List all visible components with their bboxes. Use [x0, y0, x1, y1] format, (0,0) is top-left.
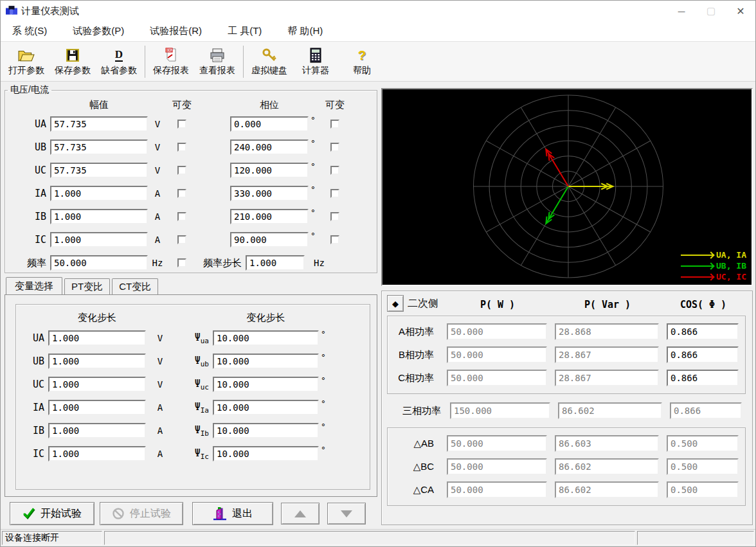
degree-mark: ° [319, 399, 330, 408]
open-params-button[interactable]: 打开参数 [3, 44, 50, 80]
psi-uc-step-input[interactable] [213, 377, 319, 392]
ia-amplitude-input[interactable] [50, 186, 148, 201]
ub-step-input[interactable] [48, 354, 146, 369]
exit-label: 退出 [232, 507, 253, 521]
uc-phase-input[interactable] [230, 163, 309, 178]
menu-test-report[interactable]: 试验报告(R) [147, 24, 204, 39]
virtual-keyboard-button[interactable]: 虚拟键盘 [246, 44, 292, 80]
tool-label: 保存参数 [55, 65, 91, 76]
exit-door-icon [213, 507, 227, 521]
virtual-keyboard-icon [262, 47, 277, 64]
save-params-button[interactable]: 保存参数 [50, 44, 96, 80]
psi-ic-step-input[interactable] [213, 446, 319, 462]
ua-amplitude-input[interactable] [50, 116, 148, 132]
tool-label: 虚拟键盘 [251, 65, 287, 76]
ua-phase-input[interactable] [230, 116, 309, 132]
phasor-diagram: UA, IA UB, IB UC, IC [381, 88, 753, 286]
tab-pt-ratio[interactable]: PT变比 [64, 278, 110, 294]
ub-amp-variable-checkbox[interactable] [177, 143, 186, 152]
legend-label: UB, IB [716, 261, 746, 271]
ic-phase-input[interactable] [230, 232, 309, 247]
down-button[interactable] [327, 503, 366, 525]
ub-amplitude-input[interactable] [50, 139, 148, 155]
ic-step-input[interactable] [48, 446, 146, 462]
delta-ab-row: △AB [392, 432, 741, 455]
secondary-side-button[interactable]: ◆ [387, 295, 404, 312]
diamond-icon: ◆ [392, 299, 399, 309]
phase-c-power-row: C相功率 [392, 366, 741, 390]
psi-ib-step-input[interactable] [213, 423, 319, 438]
help-icon: ? [358, 47, 366, 64]
ua-phase-variable-checkbox[interactable] [330, 120, 339, 129]
frequency-row: 频率 Hz 频率步长 Hz [5, 251, 377, 274]
uc-amp-variable-checkbox[interactable] [177, 166, 186, 175]
step-row-uc: UC V Ψuc ° [16, 373, 370, 396]
variable-select-panel: 变化步长 变化步长 UA V Ψua ° UB V [4, 294, 377, 497]
uc-phase-variable-checkbox[interactable] [330, 166, 339, 175]
toolbar: 打开参数 保存参数 D 缺省参数 [1, 42, 755, 82]
menu-system[interactable]: 系 统(S) [10, 24, 50, 39]
tab-ct-ratio[interactable]: CT变比 [112, 278, 158, 294]
ia-phase-input[interactable] [230, 186, 309, 201]
uc-amplitude-input[interactable] [50, 163, 148, 178]
legend-ua-ia: UA, IA [681, 249, 746, 260]
tool-label: 计算器 [302, 65, 329, 76]
row-label: UB [5, 141, 50, 153]
start-test-button[interactable]: 开始试验 [10, 502, 94, 525]
view-report-button[interactable]: 查看报表 [194, 44, 240, 80]
ia-phase-variable-checkbox[interactable] [330, 189, 339, 198]
save-report-button[interactable]: EXL 保存报表 [148, 44, 194, 80]
degree-mark: ° [309, 231, 320, 240]
ub-phase-variable-checkbox[interactable] [330, 143, 339, 152]
frequency-input[interactable] [50, 255, 148, 271]
ib-phase-input[interactable] [230, 209, 309, 224]
row-label: UA [5, 118, 50, 130]
close-button[interactable]: ✕ [726, 1, 755, 21]
ib-step-input[interactable] [48, 423, 146, 438]
delta-bc-q-readout [555, 458, 659, 475]
frequency-variable-checkbox[interactable] [177, 258, 186, 267]
app-window: 计量仪表测试 ─ ▢ ✕ 系 统(S) 试验参数(P) 试验报告(R) 工 具(… [0, 0, 756, 547]
exit-button[interactable]: 退出 [192, 502, 273, 525]
psi-ub-step-input[interactable] [213, 354, 319, 369]
ic-amp-variable-checkbox[interactable] [177, 235, 186, 244]
ic-amplitude-input[interactable] [50, 232, 148, 247]
frequency-step-label: 频率步长 [203, 257, 242, 269]
row-label: 三相功率 [391, 405, 442, 417]
delta-ab-q-readout [555, 435, 659, 452]
tab-variable-select[interactable]: 变量选择 [6, 277, 62, 294]
degree-mark: ° [309, 138, 320, 148]
up-button[interactable] [281, 503, 320, 525]
phase-a-q-readout [555, 323, 659, 340]
ic-phase-variable-checkbox[interactable] [330, 235, 339, 244]
unit-label: A [148, 188, 167, 199]
phase-header: 相位 [230, 99, 309, 111]
minimize-icon: ─ [678, 6, 685, 17]
ua-amp-variable-checkbox[interactable] [177, 120, 186, 129]
frequency-step-input[interactable] [246, 255, 305, 271]
ib-amp-variable-checkbox[interactable] [177, 212, 186, 221]
menu-test-params[interactable]: 试验参数(P) [70, 24, 127, 39]
ua-step-input[interactable] [48, 330, 146, 346]
psi-ua-step-input[interactable] [213, 330, 319, 346]
maximize-icon: ▢ [706, 5, 716, 17]
uc-step-input[interactable] [48, 377, 146, 392]
help-button[interactable]: ? 帮助 [339, 44, 385, 80]
ub-phase-input[interactable] [230, 139, 309, 155]
psi-ia-step-input[interactable] [213, 400, 319, 415]
app-icon [6, 5, 17, 17]
ib-phase-variable-checkbox[interactable] [330, 212, 339, 221]
calculator-button[interactable]: 计算器 [292, 44, 339, 80]
ib-amplitude-input[interactable] [50, 209, 148, 224]
menu-help[interactable]: 帮 助(H) [285, 24, 325, 39]
menu-tools[interactable]: 工 具(T) [225, 24, 264, 39]
vi-row-uc: UC V ° [5, 159, 377, 182]
ia-step-input[interactable] [48, 400, 146, 415]
steps-header-row: 变化步长 变化步长 [16, 309, 370, 327]
up-arrow-icon [294, 510, 306, 517]
toolbar-separator [145, 46, 145, 78]
minimize-button[interactable]: ─ [667, 1, 696, 21]
default-params-button[interactable]: D 缺省参数 [96, 44, 142, 80]
variable-header-2: 可变 [320, 99, 350, 111]
ia-amp-variable-checkbox[interactable] [177, 189, 186, 198]
